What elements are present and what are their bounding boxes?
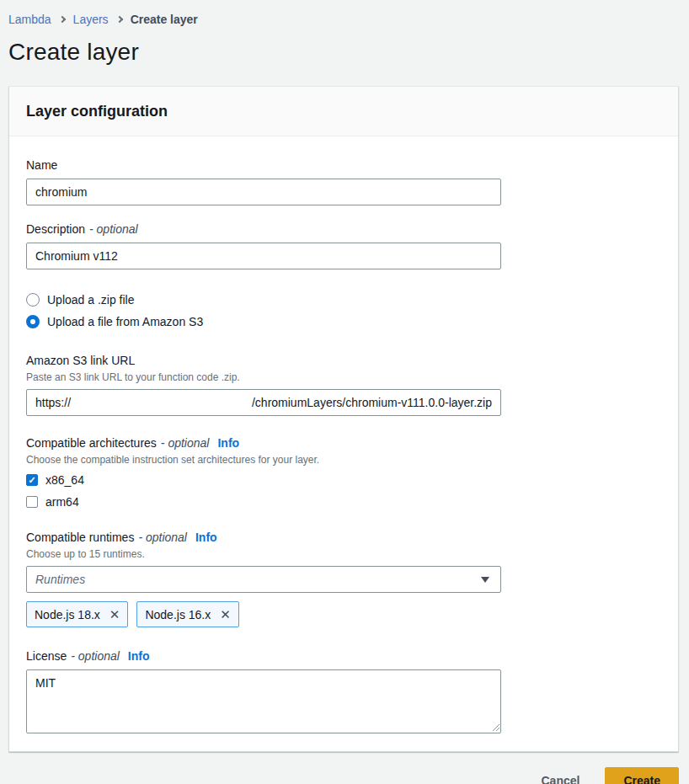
radio-selected-icon	[26, 315, 40, 328]
runtime-token-label: Node.js 18.x	[35, 608, 100, 621]
license-textarea[interactable]	[26, 669, 501, 733]
breadcrumb-link-layers[interactable]: Layers	[73, 13, 109, 26]
runtimes-info-link[interactable]: Info	[195, 529, 217, 546]
checkbox-unchecked-icon	[26, 496, 38, 508]
name-input[interactable]	[26, 179, 501, 205]
architectures-field: Compatible architectures - optional Info…	[26, 435, 661, 510]
runtimes-label: Compatible runtimes	[26, 529, 134, 546]
radio-upload-zip-file[interactable]: Upload a .zip file	[26, 291, 661, 308]
remove-token-icon[interactable]: ✕	[109, 608, 120, 621]
panel-header: Layer configuration	[9, 87, 678, 136]
license-field: License - optional Info	[26, 648, 661, 733]
runtime-token-list: Node.js 18.x ✕ Node.js 16.x ✕	[26, 601, 661, 627]
runtimes-select-placeholder: Runtimes	[35, 573, 85, 586]
radio-unselected-icon	[26, 293, 40, 307]
architectures-label: Compatible architectures	[26, 435, 157, 451]
breadcrumb-chevron-icon	[115, 16, 122, 23]
breadcrumb-chevron-icon	[58, 16, 65, 23]
radio-upload-from-s3[interactable]: Upload a file from Amazon S3	[26, 313, 661, 330]
checkbox-arm64-label: arm64	[45, 493, 79, 510]
breadcrumb: Lambda Layers Create layer	[8, 0, 679, 26]
radio-upload-s3-label: Upload a file from Amazon S3	[47, 313, 203, 330]
s3-url-input[interactable]: https:// /chromiumLayers/chromium-v111.0…	[26, 389, 501, 416]
layer-configuration-panel: Layer configuration Name Description - o…	[8, 86, 679, 752]
license-label: License	[26, 648, 67, 664]
description-input[interactable]	[26, 243, 501, 269]
description-optional-label: - optional	[89, 221, 138, 237]
runtimes-select[interactable]: Runtimes	[26, 566, 501, 593]
page-title: Create layer	[8, 38, 679, 67]
runtimes-field: Compatible runtimes - optional Info Choo…	[26, 529, 661, 627]
license-optional-label: - optional	[71, 648, 120, 664]
s3-url-value-end: /chromiumLayers/chromium-v111.0.0-layer.…	[252, 396, 492, 409]
panel-title: Layer configuration	[26, 102, 661, 120]
name-label: Name	[26, 157, 57, 173]
description-field: Description - optional	[26, 221, 661, 269]
breadcrumb-link-lambda[interactable]: Lambda	[8, 13, 51, 26]
s3-url-label: Amazon S3 link URL	[26, 352, 135, 369]
s3-url-hint: Paste an S3 link URL to your function co…	[26, 371, 661, 384]
remove-token-icon[interactable]: ✕	[220, 608, 231, 621]
name-field: Name	[26, 157, 661, 205]
checkbox-arm64[interactable]: arm64	[26, 493, 661, 510]
runtime-token-label: Node.js 16.x	[145, 608, 211, 621]
license-info-link[interactable]: Info	[128, 648, 150, 664]
runtime-token-nodejs-18: Node.js 18.x ✕	[26, 601, 128, 627]
checkbox-checked-icon: ✓	[26, 474, 38, 486]
s3-url-value-start: https://	[35, 396, 71, 409]
panel-body: Name Description - optional Upload a .zi…	[9, 136, 678, 751]
cancel-button[interactable]: Cancel	[537, 769, 583, 784]
form-actions: Cancel Create	[8, 767, 679, 784]
breadcrumb-current: Create layer	[131, 13, 198, 26]
dropdown-arrow-icon	[481, 577, 489, 583]
architectures-hint: Choose the compatible instruction set ar…	[26, 453, 661, 467]
upload-source-radio-group: Upload a .zip file Upload a file from Am…	[26, 291, 661, 330]
runtimes-hint: Choose up to 15 runtimes.	[26, 547, 661, 561]
checkbox-x86-64[interactable]: ✓ x86_64	[26, 472, 661, 488]
create-layer-page: Lambda Layers Create layer Create layer …	[0, 0, 689, 784]
radio-upload-zip-label: Upload a .zip file	[47, 291, 135, 308]
architectures-info-link[interactable]: Info	[217, 435, 239, 451]
runtime-token-nodejs-16: Node.js 16.x ✕	[136, 601, 238, 627]
resize-handle-icon[interactable]	[491, 723, 499, 731]
runtimes-optional-label: - optional	[138, 529, 187, 546]
architectures-optional-label: - optional	[161, 435, 210, 451]
s3-url-field: Amazon S3 link URL Paste an S3 link URL …	[26, 352, 661, 416]
description-label: Description	[26, 221, 85, 237]
checkbox-x86-64-label: x86_64	[45, 472, 84, 488]
create-button[interactable]: Create	[605, 767, 679, 784]
